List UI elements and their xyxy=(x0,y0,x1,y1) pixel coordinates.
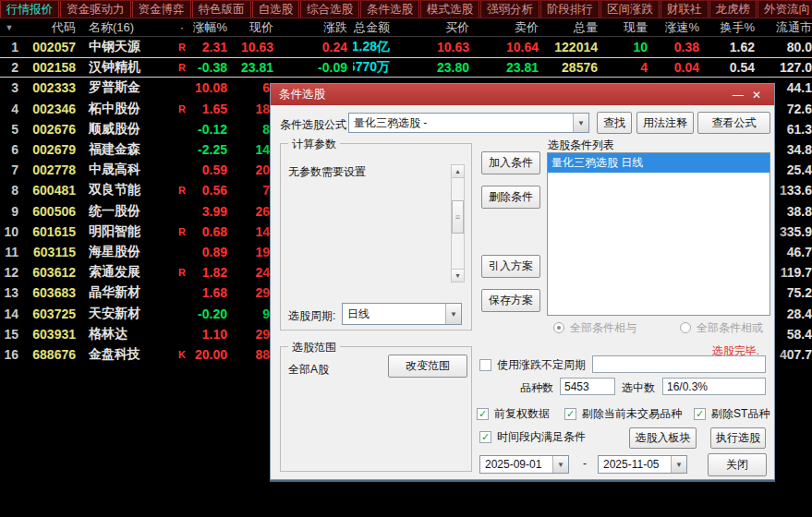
custom-period-checkbox[interactable]: 使用涨跌不定周期 xyxy=(479,357,586,372)
scope-group-title: 选股范围 xyxy=(288,340,340,355)
condition-list[interactable]: 量化三鸦选股 日线 xyxy=(547,152,770,316)
quote-row[interactable]: 1002057中钢天源R2.3110.630.241.28亿10.6310.64… xyxy=(0,37,812,57)
column-header-sell[interactable]: 卖价 xyxy=(475,18,544,36)
menu-tab[interactable]: 特色版面 xyxy=(192,1,251,18)
scroll-up-icon[interactable]: ▲ xyxy=(451,164,465,178)
period-combobox[interactable]: 日线 ▼ xyxy=(342,303,462,325)
quote-row[interactable]: 2002158汉钟精机R-0.3823.81-0.096770万23.8023.… xyxy=(0,57,812,78)
cell-code: 600481 xyxy=(24,180,81,200)
cell-name: 顺威股份 xyxy=(81,119,174,139)
scrollbar-thumb[interactable]: ≡ xyxy=(452,200,464,234)
chevron-down-icon[interactable]: ▼ xyxy=(445,304,461,324)
chevron-down-icon[interactable]: ▼ xyxy=(573,114,588,132)
scope-value: 全部A股 xyxy=(288,362,329,378)
timerange-checkbox[interactable]: ✓ 时间段内满足条件 xyxy=(479,429,586,444)
cell-seq: 10 xyxy=(0,222,24,242)
menu-tab[interactable]: 模式选股 xyxy=(420,1,479,18)
radio-all-or[interactable]: 全部条件相或 xyxy=(680,321,763,334)
cell-marker: K xyxy=(174,344,190,365)
minimize-icon[interactable]: — xyxy=(729,89,747,102)
cell-chg: -0.09 xyxy=(279,57,353,78)
menu-tab[interactable]: 强弱分析 xyxy=(480,1,539,18)
symbol-count-label: 品种数 xyxy=(520,380,553,396)
column-header-price[interactable]: 现价 xyxy=(233,18,279,36)
cell-pct: 1.65 xyxy=(190,99,233,119)
params-scrollbar[interactable]: ▲ ≡ ▼ xyxy=(451,164,465,283)
conditional-stock-picker-dialog: 条件选股 — ✕ 条件选股公式 量化三鸦选股 - ▼ 查找 用法注释 查看公式 … xyxy=(270,83,775,480)
menu-tab[interactable]: 行情报价 xyxy=(0,1,59,18)
menu-tab[interactable]: 条件选股 xyxy=(360,1,419,18)
cell-buy: 10.63 xyxy=(395,37,475,57)
top-menu: 行情报价资金驱动力资金博弈特色版面自选股综合选股条件选股模式选股强弱分析阶段排行… xyxy=(0,0,812,18)
dialog-titlebar[interactable]: 条件选股 — ✕ xyxy=(271,84,774,105)
menu-tab[interactable]: 外资流向 xyxy=(757,1,812,18)
cell-marker xyxy=(174,201,190,222)
menu-tab[interactable]: 综合选股 xyxy=(300,1,359,18)
column-header-code[interactable]: 代码 xyxy=(24,18,81,36)
date-to-combobox[interactable]: 2025-11-05 ▼ xyxy=(598,455,687,474)
chevron-down-icon[interactable]: ▼ xyxy=(671,456,686,473)
column-header-marker[interactable]: · xyxy=(174,18,190,36)
symbol-count-value: 5453 xyxy=(560,378,615,395)
cell-seq: 8 xyxy=(0,180,24,200)
custom-period-label: 使用涨跌不定周期 xyxy=(497,357,586,373)
menu-tab[interactable]: 自选股 xyxy=(252,1,300,18)
cell-marker: R xyxy=(174,99,190,119)
cell-pct: 3.99 xyxy=(190,201,233,222)
forward-adjusted-checkbox[interactable]: ✓ 前复权数据 xyxy=(477,406,550,421)
menu-tab[interactable]: 资金博弈 xyxy=(132,1,191,18)
close-icon[interactable]: ✕ xyxy=(747,89,766,102)
exclude-st-checkbox[interactable]: ✓ 剔除ST品种 xyxy=(694,406,770,421)
column-header-chg[interactable]: 涨跌 xyxy=(279,18,353,36)
condition-list-item[interactable]: 量化三鸦选股 日线 xyxy=(548,153,770,173)
change-scope-button[interactable]: 改变范围 xyxy=(388,355,467,378)
usage-notes-button[interactable]: 用法注释 xyxy=(636,112,694,134)
menu-tab[interactable]: 阶段排行 xyxy=(540,1,600,18)
delete-condition-button[interactable]: 删除条件 xyxy=(481,186,540,209)
sort-desc-icon[interactable]: ▼ xyxy=(0,18,24,36)
column-header-speed[interactable]: 涨速% xyxy=(653,18,705,36)
scroll-down-icon[interactable]: ▼ xyxy=(451,269,465,283)
checkbox-checked-icon: ✓ xyxy=(477,408,489,420)
column-header-buy[interactable]: 买价 xyxy=(395,18,475,36)
cell-pct: 0.59 xyxy=(190,160,233,180)
cell-seq: 5 xyxy=(0,119,24,139)
radio-icon xyxy=(680,322,691,333)
custom-period-input[interactable] xyxy=(592,355,766,373)
import-plan-button[interactable]: 引入方案 xyxy=(481,255,540,278)
column-header-pct[interactable]: 涨幅% xyxy=(190,18,233,36)
column-header-name[interactable]: 名称(16) xyxy=(81,18,174,36)
pick-to-board-button[interactable]: 选股入板块 xyxy=(629,427,697,449)
radio-and-label: 全部条件相与 xyxy=(570,320,636,336)
add-condition-button[interactable]: 加入条件 xyxy=(481,151,540,174)
menu-tab[interactable]: 区间涨跌 xyxy=(600,1,660,18)
menu-tab[interactable]: 龙虎榜 xyxy=(709,1,757,18)
column-header-amount[interactable]: 总金额 xyxy=(353,18,395,36)
cell-marker xyxy=(174,119,190,139)
cell-marker xyxy=(174,324,190,344)
formula-value: 量化三鸦选股 - xyxy=(354,115,427,131)
menu-tab[interactable]: 财联社 xyxy=(661,1,709,18)
column-header-float[interactable]: 流通市 xyxy=(760,18,812,36)
date-from-combobox[interactable]: 2025-09-01 ▼ xyxy=(479,455,569,474)
close-dialog-button[interactable]: 关闭 xyxy=(708,453,767,476)
column-header-cur[interactable]: 现量 xyxy=(603,18,653,36)
cell-code: 603725 xyxy=(24,303,81,323)
column-header-turn[interactable]: 换手% xyxy=(705,18,760,36)
date-range-separator: - xyxy=(583,457,587,470)
chevron-down-icon[interactable]: ▼ xyxy=(552,456,568,473)
condition-list-label: 选股条件列表 xyxy=(548,138,614,153)
radio-all-and[interactable]: 全部条件相与 xyxy=(553,321,636,334)
cell-code: 688676 xyxy=(24,344,81,365)
cell-seq: 2 xyxy=(0,57,24,78)
exclude-untraded-checkbox[interactable]: ✓ 剔除当前未交易品种 xyxy=(564,406,682,421)
cell-seq: 15 xyxy=(0,324,24,344)
formula-combobox[interactable]: 量化三鸦选股 - ▼ xyxy=(348,113,589,133)
view-formula-button[interactable]: 查看公式 xyxy=(697,112,770,134)
selected-count-value: 16/0.3% xyxy=(662,378,766,395)
execute-pick-button[interactable]: 执行选股 xyxy=(710,427,766,449)
menu-tab[interactable]: 资金驱动力 xyxy=(60,1,131,18)
column-header-vol[interactable]: 总量 xyxy=(544,18,603,36)
find-button[interactable]: 查找 xyxy=(597,112,632,134)
save-plan-button[interactable]: 保存方案 xyxy=(481,289,540,312)
